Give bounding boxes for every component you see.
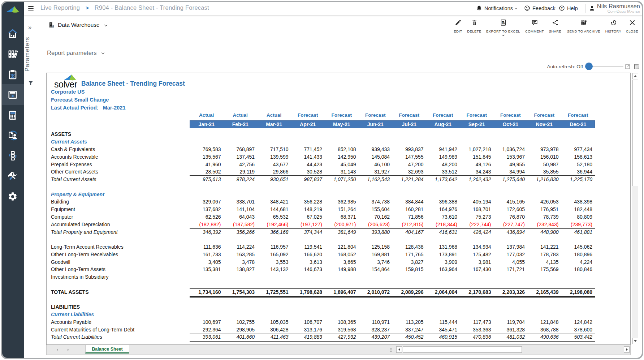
svg-text:?: ?	[561, 7, 563, 10]
